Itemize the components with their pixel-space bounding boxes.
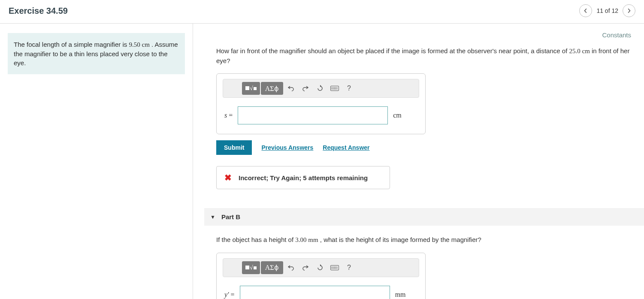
partA-answer-box: √ ΑΣϕ ? s = (216, 73, 426, 134)
redo-button[interactable] (299, 261, 312, 274)
partB-title: Part B (221, 213, 240, 220)
reset-button[interactable] (313, 261, 327, 274)
undo-button[interactable] (284, 261, 298, 274)
problem-value-1: 9.50 cm (129, 41, 149, 48)
partA-actions: Submit Previous Answers Request Answer (216, 140, 631, 155)
partA-feedback: ✖ Incorrect; Try Again; 5 attempts remai… (216, 166, 390, 189)
partB-unit: mm (395, 291, 406, 299)
partB-q-before: If the object has a height of (216, 236, 295, 243)
format-templates-button[interactable]: √ (242, 82, 260, 95)
partA-answer-input[interactable] (238, 106, 388, 124)
partA-question: How far in front of the magnifier should… (216, 46, 631, 66)
keyboard-icon (330, 265, 339, 270)
partA-var: s = (224, 112, 233, 119)
greek-letters-button[interactable]: ΑΣϕ (261, 82, 283, 95)
incorrect-icon: ✖ (224, 172, 232, 183)
partB-header[interactable]: ▼ Part B (204, 208, 644, 226)
partB-answer-input[interactable] (240, 286, 390, 299)
partB-q-after: , what is the height of its image formed… (318, 236, 481, 243)
next-page-button[interactable] (623, 4, 635, 17)
partA-q-val: 25.0 cm (569, 48, 590, 54)
redo-button[interactable] (299, 82, 312, 95)
partA-submit-button[interactable]: Submit (216, 140, 252, 155)
partB-toolbar: √ ΑΣϕ ? (223, 258, 419, 277)
partA-toolbar: √ ΑΣϕ ? (223, 79, 419, 98)
keyboard-button[interactable] (328, 82, 342, 95)
problem-text-1: The focal length of a simple magnifier i… (14, 41, 129, 48)
prev-page-button[interactable] (579, 4, 592, 17)
answer-pane: Constants How far in front of the magnif… (193, 24, 644, 299)
format-templates-button[interactable]: √ (242, 261, 260, 274)
previous-answers-link[interactable]: Previous Answers (261, 144, 313, 151)
redo-icon (302, 264, 309, 271)
problem-pane: The focal length of a simple magnifier i… (0, 24, 193, 299)
reset-button[interactable] (313, 82, 327, 95)
keyboard-button[interactable] (328, 261, 342, 274)
chevron-right-icon (626, 8, 632, 13)
partA-q-before: How far in front of the magnifier should… (216, 47, 569, 54)
format-templates-icon: √ (245, 264, 257, 271)
partB-input-row: y′ = mm (223, 286, 419, 299)
page-header: Exercise 34.59 11 of 12 (0, 0, 644, 24)
redo-icon (302, 85, 309, 92)
undo-icon (287, 264, 294, 271)
partA-unit: cm (393, 112, 402, 119)
page-count: 11 of 12 (596, 7, 618, 14)
request-answer-link[interactable]: Request Answer (323, 144, 369, 151)
undo-icon (287, 85, 294, 92)
page-nav: 11 of 12 (579, 4, 635, 17)
partB-question: If the object has a height of 3.00 mm , … (216, 235, 631, 245)
exercise-title: Exercise 34.59 (9, 6, 68, 16)
keyboard-icon (330, 86, 339, 91)
partB-answer-box: √ ΑΣϕ ? y′ = (216, 253, 426, 299)
help-button[interactable]: ? (342, 261, 356, 274)
chevron-left-icon (583, 8, 588, 13)
problem-statement: The focal length of a simple magnifier i… (8, 33, 185, 74)
partB-var: y′ = (224, 291, 235, 299)
undo-button[interactable] (284, 82, 298, 95)
reset-icon (317, 85, 324, 92)
caret-down-icon: ▼ (210, 214, 215, 220)
partB-q-val: 3.00 mm (295, 236, 318, 243)
constants-row: Constants (216, 31, 631, 39)
format-templates-icon: √ (245, 85, 257, 92)
reset-icon (317, 264, 324, 271)
constants-link[interactable]: Constants (602, 31, 631, 39)
greek-letters-button[interactable]: ΑΣϕ (261, 261, 283, 274)
feedback-text: Incorrect; Try Again; 5 attempts remaini… (239, 174, 368, 181)
partA-input-row: s = cm (223, 106, 419, 124)
help-button[interactable]: ? (342, 82, 356, 95)
